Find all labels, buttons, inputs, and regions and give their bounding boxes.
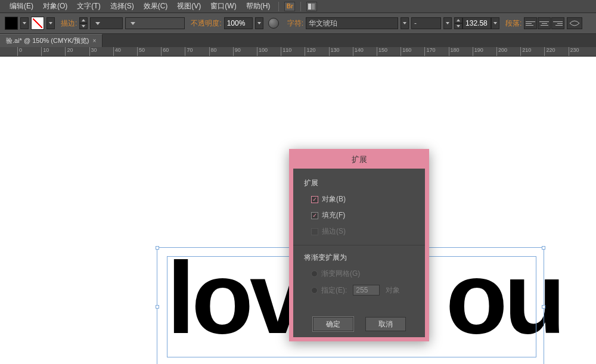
opacity-label: 不透明度: bbox=[191, 18, 221, 29]
checkbox-fill[interactable] bbox=[311, 212, 318, 219]
ruler-tick: 160 bbox=[401, 47, 411, 57]
menu-window[interactable]: 窗口(W) bbox=[206, 1, 241, 11]
menu-object[interactable]: 对象(O) bbox=[38, 1, 72, 11]
menu-edit[interactable]: 编辑(E) bbox=[5, 1, 38, 11]
font-size-dropdown[interactable] bbox=[491, 17, 499, 29]
handle-tl[interactable] bbox=[156, 246, 159, 250]
font-family-select[interactable]: 华文琥珀 bbox=[306, 17, 398, 29]
ruler-tick: 110 bbox=[281, 47, 291, 57]
checkbox-object-row[interactable]: 对象(B) bbox=[311, 194, 414, 204]
checkbox-stroke-row: 描边(S) bbox=[311, 226, 414, 237]
stroke-dropdown[interactable] bbox=[46, 17, 55, 29]
checkbox-fill-row[interactable]: 填充(F) bbox=[311, 210, 414, 220]
ruler-tick: 10 bbox=[41, 47, 49, 57]
ruler-tick: 180 bbox=[449, 47, 460, 57]
stroke-profile-dropdown[interactable] bbox=[125, 17, 185, 29]
menu-effect[interactable]: 效果(C) bbox=[139, 1, 173, 11]
font-style-select[interactable]: - bbox=[411, 17, 441, 29]
section-gradient: 将渐变扩展为 bbox=[304, 253, 414, 263]
ok-button[interactable]: 确定 bbox=[313, 317, 353, 331]
checkbox-stroke bbox=[311, 228, 318, 235]
font-size-stepper[interactable] bbox=[454, 17, 462, 29]
handle-mr[interactable] bbox=[542, 305, 545, 309]
svg-rect-1 bbox=[312, 4, 315, 10]
stroke-weight-dropdown[interactable] bbox=[90, 17, 123, 29]
font-style-dropdown[interactable] bbox=[443, 17, 452, 29]
stroke-swatch[interactable] bbox=[31, 17, 44, 30]
ruler-tick: 60 bbox=[161, 47, 169, 57]
para-label: 段落: bbox=[505, 18, 522, 29]
ruler-tick: 50 bbox=[137, 47, 145, 57]
align-left-button[interactable] bbox=[524, 17, 537, 29]
stroke-weight-stepper[interactable] bbox=[79, 17, 88, 29]
specify-input: 255 bbox=[353, 285, 380, 295]
recolor-icon[interactable] bbox=[268, 18, 279, 29]
ruler-tick: 40 bbox=[113, 47, 121, 57]
arrange-icon[interactable] bbox=[306, 2, 317, 11]
menu-text[interactable]: 文字(T) bbox=[72, 1, 105, 11]
font-family-dropdown[interactable] bbox=[401, 17, 409, 29]
radio-mesh bbox=[311, 270, 318, 277]
ruler-tick: 200 bbox=[496, 47, 507, 57]
ruler-tick: 170 bbox=[424, 47, 435, 57]
ruler-tick: 30 bbox=[89, 47, 97, 57]
fill-swatch[interactable] bbox=[5, 17, 18, 30]
radio-mesh-label: 渐变网格(G) bbox=[321, 269, 360, 279]
ruler-tick: 80 bbox=[209, 47, 217, 57]
ruler-tick: 20 bbox=[65, 47, 73, 57]
align-center-button[interactable] bbox=[538, 17, 551, 29]
svg-rect-0 bbox=[308, 4, 311, 10]
dialog-separator bbox=[293, 245, 425, 245]
separator bbox=[300, 2, 301, 11]
bridge-icon[interactable]: Br bbox=[284, 2, 295, 11]
fill-dropdown[interactable] bbox=[20, 17, 29, 29]
radio-specify bbox=[311, 287, 318, 294]
envelope-icon[interactable] bbox=[567, 17, 582, 29]
radio-specify-label: 指定(E): bbox=[321, 285, 347, 295]
handle-ml[interactable] bbox=[156, 305, 159, 309]
ruler-tick: 220 bbox=[544, 47, 555, 57]
ruler-tick: 0 bbox=[17, 47, 22, 57]
checkbox-object-label: 对象(B) bbox=[322, 194, 346, 204]
ruler-tick: 190 bbox=[473, 47, 483, 57]
ruler-tick: 100 bbox=[257, 47, 268, 57]
char-label: 字符: bbox=[287, 18, 303, 29]
ruler-tick: 90 bbox=[233, 47, 241, 57]
dialog-title: 扩展 bbox=[292, 152, 426, 169]
ruler-tick: 70 bbox=[185, 47, 193, 57]
cancel-button[interactable]: 取消 bbox=[365, 317, 406, 331]
menu-bar: 编辑(E) 对象(O) 文字(T) 选择(S) 效果(C) 视图(V) 窗口(W… bbox=[0, 0, 596, 13]
ruler-tick: 130 bbox=[329, 47, 340, 57]
ruler-tick: 230 bbox=[569, 47, 579, 57]
radio-specify-row: 指定(E): 255 对象 bbox=[311, 285, 414, 295]
handle-tr[interactable] bbox=[542, 246, 545, 250]
ruler[interactable]: 0102030405060708090100110120130140150160… bbox=[0, 47, 596, 57]
checkbox-stroke-label: 描边(S) bbox=[322, 226, 346, 237]
ruler-tick: 150 bbox=[377, 47, 387, 57]
menu-select[interactable]: 选择(S) bbox=[105, 1, 139, 11]
control-bar: 描边: 不透明度: 100% 字符: 华文琥珀 - 132.58 段落: bbox=[0, 13, 596, 34]
menu-view[interactable]: 视图(V) bbox=[172, 1, 206, 11]
document-tab[interactable]: 验.ai* @ 150% (CMYK/预览) × bbox=[0, 34, 103, 47]
checkbox-fill-label: 填充(F) bbox=[322, 210, 345, 220]
tab-bar: 验.ai* @ 150% (CMYK/预览) × bbox=[0, 34, 596, 47]
separator bbox=[278, 2, 279, 11]
ruler-tick: 120 bbox=[305, 47, 315, 57]
close-icon[interactable]: × bbox=[93, 38, 97, 44]
opacity-dropdown[interactable] bbox=[255, 17, 263, 29]
radio-mesh-row: 渐变网格(G) bbox=[311, 269, 414, 279]
checkbox-object[interactable] bbox=[311, 196, 318, 203]
font-size-input[interactable]: 132.58 bbox=[462, 17, 491, 29]
menu-help[interactable]: 帮助(H) bbox=[241, 1, 275, 11]
align-right-button[interactable] bbox=[551, 17, 564, 29]
opacity-input[interactable]: 100% bbox=[224, 17, 253, 29]
specify-unit: 对象 bbox=[386, 285, 400, 295]
ruler-tick: 210 bbox=[520, 47, 531, 57]
tab-title: 验.ai* @ 150% (CMYK/预览) bbox=[6, 36, 89, 45]
expand-dialog: 扩展 扩展 对象(B) 填充(F) 描边(S) 将渐变扩展为 渐变网格(G) 指… bbox=[289, 149, 429, 341]
align-buttons bbox=[524, 17, 564, 29]
stroke-label: 描边: bbox=[61, 18, 77, 29]
section-expand: 扩展 bbox=[304, 178, 414, 188]
ruler-tick: 140 bbox=[353, 47, 364, 57]
